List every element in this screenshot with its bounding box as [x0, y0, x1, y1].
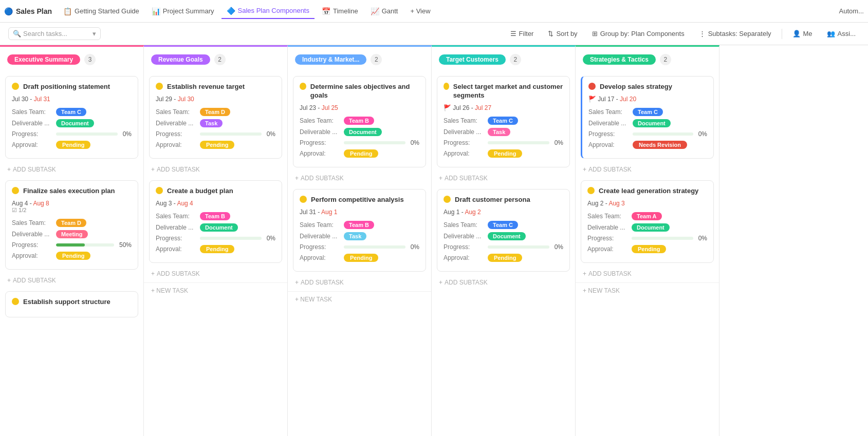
card[interactable]: Draft customer persona Aug 1 - Aug 2 Sal… — [437, 189, 570, 272]
team-badge[interactable]: Team B — [200, 212, 230, 220]
card[interactable]: Perform competitive analysis Jul 31 - Au… — [293, 189, 426, 272]
deliverable-badge[interactable]: Document — [633, 119, 671, 127]
deliverable-badge[interactable]: Document — [488, 232, 526, 240]
deliverable-badge[interactable]: Document — [200, 223, 238, 232]
add-subtask-button[interactable]: + ADD SUBTASK — [576, 267, 719, 280]
approval-badge[interactable]: Pending — [200, 141, 234, 149]
progress-bar — [633, 132, 693, 136]
approval-badge[interactable]: Pending — [488, 254, 522, 262]
column-revenue: Revenue Goals 2 Establish revenue target… — [144, 45, 288, 436]
add-subtask-button[interactable]: + ADD SUBTASK — [432, 172, 575, 185]
search-placeholder: Search tasks... — [23, 30, 67, 37]
deliverable-badge[interactable]: Meeting — [56, 230, 88, 238]
deliverable-badge[interactable]: Task — [488, 128, 510, 136]
approval-badge[interactable]: Pending — [200, 245, 234, 253]
progress-row: Progress: 0% — [12, 130, 132, 138]
card-dates: 🚩 Jul 26 - Jul 27 — [444, 104, 563, 111]
card-dates: Jul 29 - Jul 30 — [156, 96, 275, 103]
approval-badge[interactable]: Pending — [632, 245, 666, 253]
deliverable-badge[interactable]: Task — [200, 119, 223, 127]
progress-row: Progress: 0% — [156, 130, 275, 138]
add-subtask-button[interactable]: + ADD SUBTASK — [144, 163, 287, 176]
card[interactable]: Create lead generation strategy Aug 2 - … — [581, 180, 714, 263]
subtasks-button[interactable]: ⋮ Subtasks: Separately — [695, 28, 775, 40]
card[interactable]: Finalize sales execution plan Aug 4 - Au… — [5, 180, 138, 270]
progress-pct: 0% — [698, 235, 707, 242]
team-label: Sales Team: — [12, 108, 53, 116]
card-dates: Aug 2 - Aug 3 — [587, 200, 707, 207]
search-icon: 🔍 — [13, 30, 21, 37]
add-subtask-button[interactable]: + ADD SUBTASK — [144, 267, 287, 280]
deliverable-badge[interactable]: Document — [344, 128, 382, 136]
progress-pct: 0% — [411, 243, 419, 251]
team-badge[interactable]: Team C — [488, 117, 518, 125]
column-badge-industry[interactable]: Industry & Market... — [295, 54, 366, 65]
me-label: Me — [803, 30, 812, 37]
card[interactable]: Develop sales strategy 🚩 Jul 17 - Jul 20… — [581, 76, 714, 159]
approval-badge[interactable]: Pending — [56, 141, 90, 149]
new-task-button[interactable]: + NEW TASK — [576, 282, 719, 298]
column-header-exec: Executive Summary 3 — [0, 47, 143, 72]
team-badge[interactable]: Team B — [344, 117, 374, 125]
approval-badge[interactable]: Pending — [344, 149, 378, 158]
approval-row: Approval: Pending — [444, 149, 563, 158]
status-dot — [12, 187, 19, 194]
new-task-button[interactable]: + NEW TASK — [288, 291, 431, 307]
card[interactable]: Draft positioning statement Jul 30 - Jul… — [5, 76, 138, 159]
card-dates: Jul 31 - Aug 1 — [300, 208, 419, 216]
deliverable-badge[interactable]: Document — [632, 223, 670, 232]
deliverable-label: Deliverable ... — [12, 120, 53, 127]
team-badge[interactable]: Team C — [56, 108, 86, 116]
card[interactable]: Create a budget plan Aug 3 - Aug 4 Sales… — [149, 180, 282, 263]
team-label: Sales Team: — [156, 213, 197, 220]
deliverable-label: Deliverable ... — [444, 233, 485, 240]
add-subtask-button[interactable]: + ADD SUBTASK — [0, 274, 143, 287]
tab-gantt[interactable]: 📈 Gantt — [365, 4, 403, 18]
team-badge[interactable]: Team C — [633, 108, 663, 116]
tab-add-view[interactable]: + View — [405, 4, 435, 18]
tab-getting-started[interactable]: 📋 Getting Started Guide — [58, 4, 144, 18]
card[interactable]: Select target market and customer segmen… — [437, 76, 570, 167]
plus-icon: + — [583, 166, 586, 173]
team-badge[interactable]: Team A — [632, 212, 662, 220]
progress-bar — [488, 245, 549, 249]
deliverable-badge[interactable]: Task — [344, 232, 366, 240]
toolbar-divider — [782, 29, 782, 39]
new-task-button[interactable]: + NEW TASK — [144, 282, 287, 298]
add-subtask-button[interactable]: + ADD SUBTASK — [432, 276, 575, 289]
approval-badge[interactable]: Pending — [56, 252, 90, 260]
group-button[interactable]: ⊞ Group by: Plan Components — [588, 28, 689, 40]
add-subtask-button[interactable]: + ADD SUBTASK — [0, 163, 143, 176]
approval-badge[interactable]: Pending — [488, 149, 522, 158]
team-badge[interactable]: Team C — [488, 221, 518, 229]
me-button[interactable]: 👤 Me — [788, 28, 817, 40]
status-dot — [300, 196, 307, 203]
assign-button[interactable]: 👥 Assi... — [823, 28, 860, 40]
column-badge-revenue[interactable]: Revenue Goals — [151, 54, 210, 65]
tab-timeline[interactable]: 📅 Timeline — [317, 4, 363, 18]
add-subtask-button[interactable]: + ADD SUBTASK — [288, 172, 431, 185]
card[interactable]: Determine sales objectives and goals Jul… — [293, 76, 426, 167]
add-subtask-button[interactable]: + ADD SUBTASK — [288, 276, 431, 289]
toolbar-right: ☰ Filter ⇅ Sort by ⊞ Group by: Plan Comp… — [506, 28, 860, 40]
team-badge[interactable]: Team D — [200, 108, 230, 116]
deliverable-badge[interactable]: Document — [56, 119, 94, 127]
tab-project-summary[interactable]: 📊 Project Summary — [146, 4, 219, 18]
column-badge-exec[interactable]: Executive Summary — [7, 54, 80, 65]
subtask-count: ☑ 1/2 — [12, 207, 132, 214]
app-title: Sales Plan — [16, 7, 52, 15]
card[interactable]: Establish revenue target Jul 29 - Jul 30… — [149, 76, 282, 159]
tab-sales-plan-components[interactable]: 🔷 Sales Plan Components — [221, 4, 315, 19]
search-box[interactable]: 🔍 Search tasks... ▾ — [8, 27, 101, 40]
approval-badge[interactable]: Needs Revision — [633, 141, 687, 149]
approval-badge[interactable]: Pending — [344, 254, 378, 262]
team-badge[interactable]: Team D — [56, 219, 86, 227]
card-partial[interactable]: Establish support structure — [5, 291, 138, 317]
column-badge-strategies[interactable]: Strategies & Tactics — [583, 54, 656, 65]
sort-button[interactable]: ⇅ Sort by — [544, 28, 581, 40]
team-badge[interactable]: Team B — [344, 221, 374, 229]
filter-button[interactable]: ☰ Filter — [506, 28, 538, 40]
column-badge-target[interactable]: Target Customers — [439, 54, 506, 65]
progress-label: Progress: — [588, 130, 630, 138]
add-subtask-button[interactable]: + ADD SUBTASK — [576, 163, 719, 176]
